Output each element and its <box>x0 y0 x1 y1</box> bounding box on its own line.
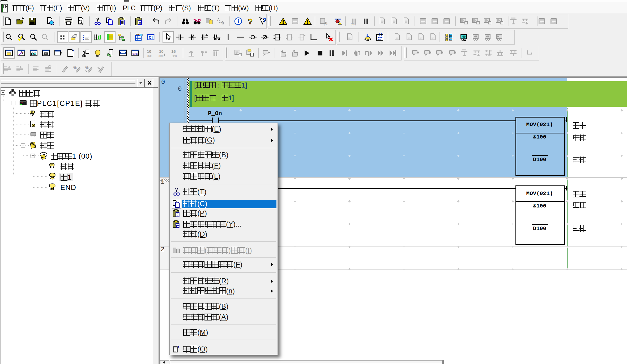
svg-text:?: ? <box>263 17 266 23</box>
svg-text:(0/0): (0/0) <box>324 23 328 25</box>
svg-text:CI: CI <box>149 35 153 40</box>
svg-text:A: A <box>217 18 220 21</box>
svg-text:10: 10 <box>159 49 164 54</box>
svg-text:(0/0): (0/0) <box>159 55 164 57</box>
svg-text:%: % <box>73 66 77 70</box>
svg-text:0101: 0101 <box>133 53 139 55</box>
svg-text:HH: HH <box>462 35 467 39</box>
svg-text:(0/0): (0/0) <box>351 23 356 25</box>
svg-text:(0/0): (0/0) <box>172 55 177 57</box>
svg-text:10: 10 <box>147 49 151 54</box>
svg-text:(0/0): (0/0) <box>147 55 152 57</box>
svg-text:16: 16 <box>171 49 176 54</box>
svg-text:?: ? <box>248 17 253 25</box>
svg-text:B: B <box>221 21 224 25</box>
svg-text:%: % <box>85 66 89 70</box>
